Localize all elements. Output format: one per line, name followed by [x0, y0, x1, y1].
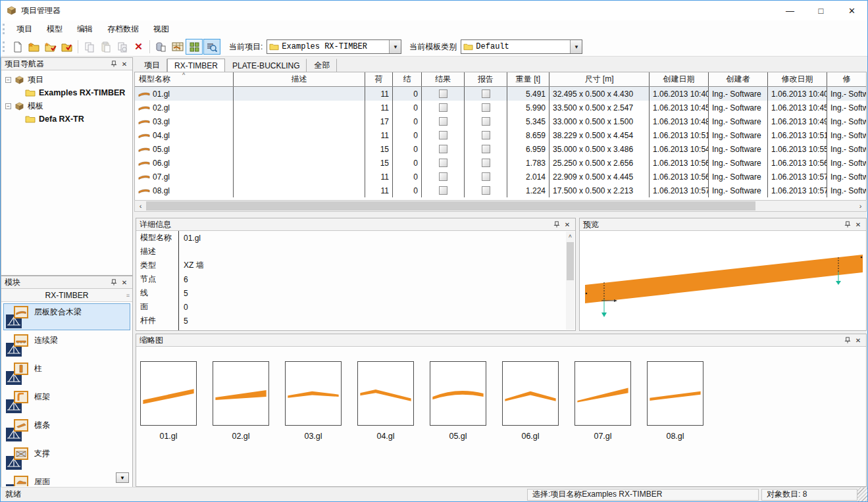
thumbnail-image[interactable]	[502, 361, 559, 426]
close-icon[interactable]: ✕	[853, 220, 863, 230]
column-results[interactable]: 结果	[422, 72, 465, 86]
tree-node-default-template[interactable]: Defa RX-TR	[1, 113, 132, 126]
column-results-count[interactable]: 结	[393, 72, 422, 86]
thumbnail-item[interactable]: 02.gl	[213, 361, 269, 486]
close-button[interactable]: ✕	[836, 1, 867, 20]
results-checkbox[interactable]	[439, 103, 447, 112]
thumbnail-item[interactable]: 04.gl	[357, 361, 414, 486]
dropdown-arrow-icon[interactable]: ▼	[570, 40, 582, 53]
module-glulam-beam[interactable]: 层板胶合木梁	[3, 303, 130, 330]
close-icon[interactable]: ✕	[119, 278, 130, 288]
menu-project[interactable]: 项目	[9, 20, 39, 38]
thumbnail-item[interactable]: 06.gl	[502, 361, 559, 486]
results-checkbox[interactable]	[439, 159, 447, 167]
pin-icon[interactable]	[842, 220, 853, 230]
results-checkbox[interactable]	[439, 145, 447, 153]
thumbnail-image[interactable]	[430, 361, 486, 426]
paste-button[interactable]	[97, 39, 114, 55]
scroll-right-icon[interactable]: ›	[855, 201, 866, 211]
scroll-left-icon[interactable]: ‹	[135, 201, 146, 211]
thumbnail-item[interactable]: 08.gl	[647, 361, 703, 486]
module-bracing[interactable]: 支撑	[3, 445, 130, 472]
resize-grip[interactable]	[857, 488, 867, 501]
column-report[interactable]: 报告	[465, 72, 507, 86]
thumbnail-image[interactable]	[140, 361, 197, 426]
report-checkbox[interactable]	[482, 172, 490, 181]
field-value[interactable]: XZ 墙	[178, 260, 204, 271]
copy-model-button[interactable]	[114, 39, 130, 55]
report-checkbox[interactable]	[482, 186, 490, 195]
thumbnail-image[interactable]	[357, 361, 414, 426]
new-model-button[interactable]	[9, 39, 26, 55]
column-created-by[interactable]: 创建者	[709, 72, 768, 86]
modules-scroll-down-button[interactable]: ▼	[116, 472, 129, 483]
thumbnail-image[interactable]	[647, 361, 703, 426]
detail-view-toggle[interactable]	[203, 39, 220, 55]
column-model-name[interactable]: 模型名称^	[135, 72, 234, 86]
tab-rx-timber[interactable]: RX-TIMBER	[167, 59, 225, 72]
close-icon[interactable]: ✕	[853, 336, 863, 345]
report-checkbox[interactable]	[482, 145, 490, 153]
report-checkbox[interactable]	[482, 103, 490, 112]
column-load-cases[interactable]: 荷	[365, 72, 393, 86]
open-project-button[interactable]	[42, 39, 59, 55]
table-horizontal-scrollbar[interactable]: ‹ ›	[134, 200, 867, 212]
template-category-combo[interactable]: Default ▼	[461, 39, 582, 54]
results-checkbox[interactable]	[439, 117, 447, 126]
report-checkbox[interactable]	[482, 117, 490, 126]
results-checkbox[interactable]	[439, 131, 447, 139]
tab-all[interactable]: 全部	[307, 59, 337, 72]
minimize-button[interactable]: —	[775, 1, 805, 20]
field-value[interactable]: 5	[178, 316, 188, 326]
table-row[interactable]: 01.gl 11 0 5.491 32.495 x 0.500 x 4.430 …	[135, 87, 866, 101]
results-checkbox[interactable]	[439, 89, 447, 98]
details-vertical-scrollbar[interactable]: ˄	[566, 232, 574, 330]
module-continuous-beam[interactable]: 连续梁	[3, 332, 130, 359]
thumbnail-image[interactable]	[574, 361, 631, 426]
scrollbar-track[interactable]	[146, 201, 855, 211]
thumbnail-image[interactable]	[213, 361, 269, 426]
pin-icon[interactable]	[109, 278, 119, 288]
menu-edit[interactable]: 编辑	[70, 20, 100, 38]
dropdown-arrow-icon[interactable]: ▼	[389, 40, 401, 53]
menu-view[interactable]: 视图	[146, 20, 176, 38]
import-button[interactable]	[153, 39, 169, 55]
tree-node-templates[interactable]: − 模板	[1, 99, 132, 113]
field-value[interactable]: 6	[178, 275, 188, 284]
thumbnail-item[interactable]: 07.gl	[574, 361, 631, 486]
pin-icon[interactable]	[842, 336, 853, 345]
module-roof[interactable]: 屋面	[3, 473, 130, 486]
field-value[interactable]: 01.gl	[178, 234, 201, 243]
field-value[interactable]: 5	[178, 289, 188, 298]
table-row[interactable]: 05.gl 15 0 6.959 35.000 x 0.500 x 3.486 …	[135, 142, 866, 156]
module-column[interactable]: 柱	[3, 360, 130, 387]
table-row[interactable]: 04.gl 11 0 8.659 38.229 x 0.500 x 4.454 …	[135, 128, 866, 142]
tab-project[interactable]: 项目	[137, 59, 167, 72]
collapse-icon[interactable]: −	[5, 77, 11, 83]
close-icon[interactable]: ✕	[119, 59, 130, 69]
modules-group-bar[interactable]: RX-TIMBER ≡	[1, 289, 132, 302]
module-purlin[interactable]: 檩条	[3, 416, 130, 443]
table-row[interactable]: 06.gl 15 0 1.783 25.250 x 0.500 x 2.656 …	[135, 156, 866, 170]
current-project-combo[interactable]: Examples RX-TIMBER ▼	[267, 39, 401, 54]
table-row[interactable]: 02.gl 11 0 5.990 33.500 x 0.500 x 2.547 …	[135, 101, 866, 114]
column-modified[interactable]: 修改日期	[768, 72, 827, 86]
table-row[interactable]: 08.gl 11 0 1.224 17.500 x 0.500 x 2.213 …	[135, 184, 866, 197]
scrollbar-thumb[interactable]	[146, 201, 755, 211]
close-icon[interactable]: ✕	[562, 220, 573, 230]
results-checkbox[interactable]	[439, 186, 447, 195]
report-checkbox[interactable]	[482, 131, 490, 139]
thumbnail-item[interactable]: 05.gl	[430, 361, 486, 486]
report-checkbox[interactable]	[482, 159, 490, 167]
project-check-button[interactable]	[59, 39, 75, 55]
results-checkbox[interactable]	[439, 172, 447, 181]
field-value[interactable]: 0	[178, 303, 188, 312]
tab-plate-buckling[interactable]: PLATE-BUCKLING	[225, 59, 307, 72]
collapse-icon[interactable]: −	[5, 103, 11, 109]
delete-button[interactable]: ✕	[130, 39, 147, 55]
thumbnail-view-toggle[interactable]	[186, 39, 203, 55]
thumbnail-image[interactable]	[285, 361, 342, 426]
pin-icon[interactable]	[109, 59, 119, 69]
new-project-button[interactable]	[26, 39, 42, 55]
pin-icon[interactable]	[551, 220, 562, 230]
